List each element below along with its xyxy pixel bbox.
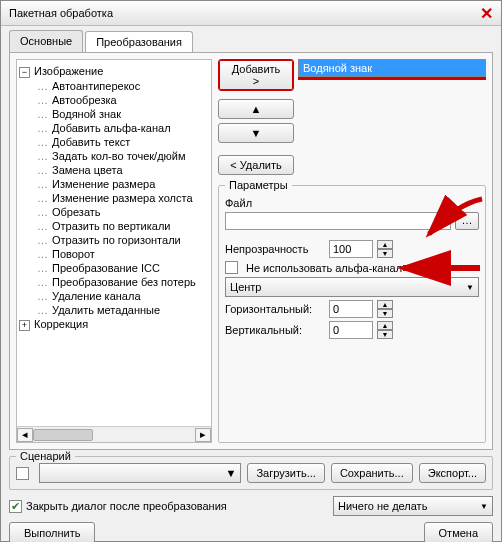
tree-item[interactable]: Задать кол-во точек/дюйм [37, 149, 209, 163]
close-after-checkbox[interactable]: ✔ [9, 500, 22, 513]
move-down-button[interactable]: ▼ [218, 123, 294, 143]
spin-up-icon[interactable]: ▲ [377, 240, 393, 249]
tree-item[interactable]: Замена цвета [37, 163, 209, 177]
opacity-input[interactable] [329, 240, 373, 258]
right-column: Добавить > ▲ ▼ < Удалить Водяной знак [218, 59, 486, 443]
scenario-select[interactable]: ▼ [39, 463, 241, 483]
list-item[interactable]: Водяной знак [299, 60, 485, 76]
add-button[interactable]: Добавить > [218, 59, 294, 91]
tree-item[interactable]: Преобразование ICC [37, 261, 209, 275]
tree-children-image: Автоантиперекос Автообрезка Водяной знак… [19, 79, 209, 317]
chevron-up-icon: ▲ [251, 103, 262, 115]
opacity-spinner[interactable]: ▲▼ [377, 240, 393, 258]
move-up-button[interactable]: ▲ [218, 99, 294, 119]
expand-icon[interactable]: + [19, 320, 30, 331]
tree-item[interactable]: Автообрезка [37, 93, 209, 107]
close-after-label: Закрыть диалог после преобразования [26, 500, 227, 512]
annotation-underline [298, 77, 486, 80]
footer-options: ✔ Закрыть диалог после преобразования Ни… [9, 496, 493, 516]
collapse-icon[interactable]: − [19, 67, 30, 78]
export-button[interactable]: Экспорт... [419, 463, 486, 483]
vertical-label: Вертикальный: [225, 324, 325, 336]
tree-item[interactable]: Удалить метаданные [37, 303, 209, 317]
cancel-button[interactable]: Отмена [424, 522, 493, 542]
horizontal-input[interactable] [329, 300, 373, 318]
spin-down-icon[interactable]: ▼ [377, 309, 393, 318]
footer-buttons: Выполнить Отмена [9, 522, 493, 542]
selected-steps-list[interactable]: Водяной знак [298, 59, 486, 77]
vertical-spinner[interactable]: ▲▼ [377, 321, 393, 339]
tab-transforms[interactable]: Преобразования [85, 31, 193, 53]
batch-processing-window: Пакетная обработка ✕ Основные Преобразов… [0, 0, 502, 542]
horizontal-spinner[interactable]: ▲▼ [377, 300, 393, 318]
parameters-fieldset: Параметры Файл … Непрозрачность ▲▼ Не ис… [218, 185, 486, 443]
spin-up-icon[interactable]: ▲ [377, 300, 393, 309]
tree-item[interactable]: Отразить по вертикали [37, 219, 209, 233]
tree-item[interactable]: Автоантиперекос [37, 79, 209, 93]
spin-down-icon[interactable]: ▼ [377, 249, 393, 258]
save-button[interactable]: Сохранить... [331, 463, 413, 483]
scroll-right-icon[interactable]: ▸ [195, 428, 211, 442]
load-button[interactable]: Загрузить... [247, 463, 324, 483]
scenario-section: Сценарий ▼ Загрузить... Сохранить... Экс… [9, 456, 493, 490]
tree-node-image[interactable]: −Изображение [19, 64, 209, 79]
tree-node-correction[interactable]: +Коррекция [19, 317, 209, 332]
tree-item[interactable]: Обрезать [37, 205, 209, 219]
chevron-down-icon: ▼ [226, 467, 237, 479]
tree-item[interactable]: Отразить по горизонтали [37, 233, 209, 247]
transforms-tree[interactable]: −Изображение Автоантиперекос Автообрезка… [16, 59, 212, 443]
chevron-down-icon: ▼ [480, 502, 488, 511]
no-alpha-label: Не использовать альфа-канал [246, 262, 402, 274]
scenario-legend: Сценарий [16, 450, 75, 462]
scenario-checkbox[interactable] [16, 467, 29, 480]
run-button[interactable]: Выполнить [9, 522, 95, 542]
horizontal-label: Горизонтальный: [225, 303, 325, 315]
tree-item[interactable]: Добавить текст [37, 135, 209, 149]
tab-body-transforms: −Изображение Автоантиперекос Автообрезка… [9, 52, 493, 450]
horizontal-scrollbar[interactable]: ◂ ▸ [17, 426, 211, 442]
tree-item[interactable]: Добавить альфа-канал [37, 121, 209, 135]
position-select[interactable]: Центр ▼ [225, 277, 479, 297]
vertical-input[interactable] [329, 321, 373, 339]
tree-item[interactable]: Удаление канала [37, 289, 209, 303]
scroll-track[interactable] [33, 428, 195, 442]
tree-item[interactable]: Преобразование без потерь [37, 275, 209, 289]
tab-main[interactable]: Основные [9, 30, 83, 52]
scroll-thumb[interactable] [33, 429, 93, 441]
tree-item[interactable]: Изменение размера [37, 177, 209, 191]
opacity-label: Непрозрачность [225, 243, 325, 255]
tabs: Основные Преобразования [1, 26, 501, 52]
file-input[interactable] [225, 212, 451, 230]
browse-button[interactable]: … [455, 212, 479, 230]
after-action-select[interactable]: Ничего не делать ▼ [333, 496, 493, 516]
tree-item[interactable]: Поворот [37, 247, 209, 261]
tree-item[interactable]: Водяной знак [37, 107, 209, 121]
chevron-down-icon: ▼ [251, 127, 262, 139]
no-alpha-checkbox[interactable] [225, 261, 238, 274]
spin-up-icon[interactable]: ▲ [377, 321, 393, 330]
delete-button[interactable]: < Удалить [218, 155, 294, 175]
spin-down-icon[interactable]: ▼ [377, 330, 393, 339]
close-icon[interactable]: ✕ [480, 4, 493, 23]
check-icon: ✔ [11, 501, 20, 512]
tree-item[interactable]: Изменение размера холста [37, 191, 209, 205]
file-label: Файл [225, 197, 252, 209]
scroll-left-icon[interactable]: ◂ [17, 428, 33, 442]
window-title: Пакетная обработка [9, 7, 113, 19]
chevron-down-icon: ▼ [466, 283, 474, 292]
titlebar: Пакетная обработка ✕ [1, 1, 501, 26]
parameters-legend: Параметры [225, 179, 292, 191]
